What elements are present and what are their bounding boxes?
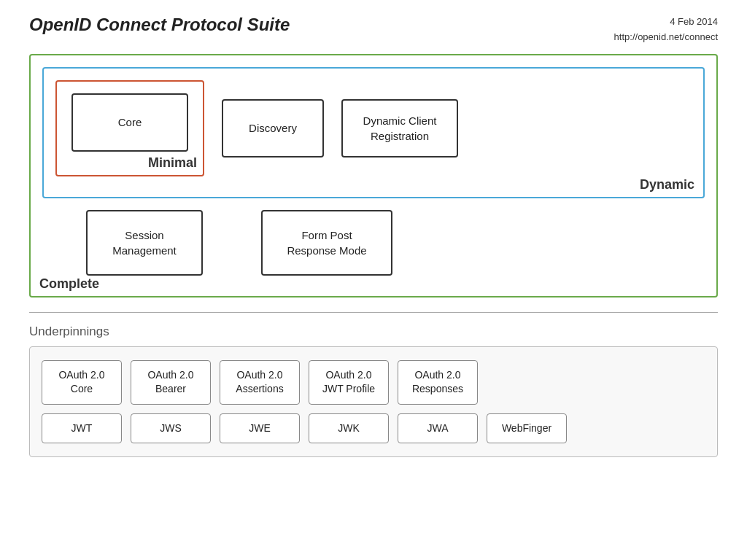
jws-box: JWS	[131, 413, 211, 444]
session-management-spec-box: Session Management	[86, 210, 203, 276]
dynamic-label: Dynamic	[640, 177, 694, 192]
discovery-label: Discovery	[249, 120, 297, 136]
underpinnings-row-1: OAuth 2.0Core OAuth 2.0Bearer OAuth 2.0A…	[42, 360, 705, 405]
core-label: Core	[118, 114, 142, 130]
url-label: http://openid.net/connect	[614, 30, 718, 45]
minimal-box: Core Minimal	[55, 80, 204, 176]
page-title: OpenID Connect Protocol Suite	[29, 15, 290, 35]
dynamic-client-spec-box: Dynamic Client Registration	[341, 99, 458, 158]
oauth-bearer-box: OAuth 2.0Bearer	[131, 360, 211, 405]
header-meta: 4 Feb 2014 http://openid.net/connect	[614, 15, 718, 45]
complete-box: Core Minimal Discovery Dynamic Client Re…	[29, 54, 718, 298]
oauth-jwt-profile-box: OAuth 2.0JWT Profile	[309, 360, 389, 405]
form-post-spec-box: Form Post Response Mode	[261, 210, 392, 276]
core-spec-box: Core	[71, 93, 188, 152]
underpinnings-row-2: JWT JWS JWE JWK JWA WebFinger	[42, 413, 705, 444]
dynamic-box: Core Minimal Discovery Dynamic Client Re…	[42, 67, 705, 198]
oauth-core-box: OAuth 2.0Core	[42, 360, 122, 405]
complete-lower-row: Session Management Form Post Response Mo…	[42, 210, 705, 276]
dynamic-client-label: Dynamic Client Registration	[357, 113, 442, 144]
separator	[29, 312, 718, 313]
underpinnings-label: Underpinnings	[29, 324, 718, 339]
header: OpenID Connect Protocol Suite 4 Feb 2014…	[29, 15, 718, 45]
underpinnings-box: OAuth 2.0Core OAuth 2.0Bearer OAuth 2.0A…	[29, 346, 718, 458]
underpinnings-section: Underpinnings OAuth 2.0Core OAuth 2.0Bea…	[29, 324, 718, 458]
minimal-label: Minimal	[148, 155, 197, 171]
discovery-spec-box: Discovery	[222, 99, 324, 158]
form-post-label: Form Post Response Mode	[277, 228, 376, 258]
jwa-box: JWA	[398, 413, 478, 444]
oauth-assertions-box: OAuth 2.0Assertions	[220, 360, 300, 405]
dynamic-inner-row: Core Minimal Discovery Dynamic Client Re…	[55, 80, 692, 176]
session-management-label: Session Management	[102, 228, 187, 258]
date-label: 4 Feb 2014	[614, 15, 718, 30]
jwt-box: JWT	[42, 413, 122, 444]
jwe-box: JWE	[220, 413, 300, 444]
complete-label: Complete	[39, 276, 99, 292]
oauth-responses-box: OAuth 2.0Responses	[398, 360, 478, 405]
webfinger-box: WebFinger	[487, 413, 567, 444]
jwk-box: JWK	[309, 413, 389, 444]
